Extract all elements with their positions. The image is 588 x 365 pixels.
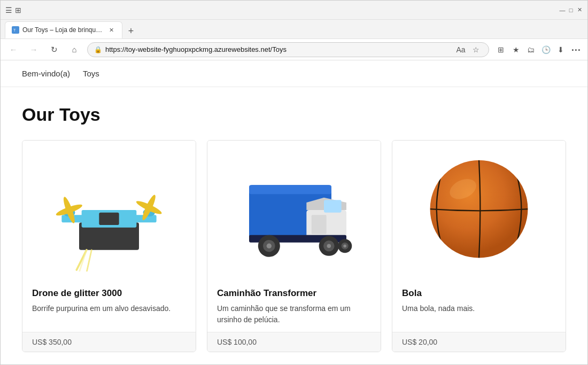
toy-card-ball: Bola Uma bola, nada mais. US$ 20,00 [392,140,566,352]
url-bar[interactable]: 🔒 https://toy-website-fyghuopxpckmg.azur… [87,42,489,57]
refresh-button[interactable]: ↻ [47,42,61,57]
truck-card-body: Caminhão Transformer Um caminhão que se … [207,279,381,332]
web-content: Bem-vindo(a) Toys Our Toys [1,60,587,364]
drone-name: Drone de glitter 3000 [32,288,186,299]
svg-rect-20 [324,200,342,212]
svg-point-33 [430,160,528,258]
truck-image [207,141,381,279]
site-navigation: Bem-vindo(a) Toys [1,60,587,87]
extensions-icon[interactable]: ⊞ [494,43,507,56]
toys-grid: Drone de glitter 3000 Borrife purpurina … [22,140,566,352]
ball-illustration [404,149,554,271]
truck-name: Caminhão Transformer [217,288,371,299]
tab-bar: T Our Toys – Loja de brinquedo... ✕ + [1,20,587,39]
site-main: Our Toys [1,87,587,364]
lock-icon: 🔒 [94,46,102,53]
browser-tabstrip-icon[interactable]: ⊞ [14,6,22,14]
close-button[interactable]: ✕ [576,6,583,14]
minimize-button[interactable]: — [559,6,566,14]
svg-point-31 [343,244,346,247]
more-actions-icon[interactable]: ⋯ [569,43,582,56]
tab-favicon: T [12,26,19,34]
nav-link-toys[interactable]: Toys [83,69,99,78]
tab-close-button[interactable]: ✕ [107,26,115,34]
home-button[interactable]: ⌂ [67,42,82,57]
url-actions: Aa ☆ [454,43,482,56]
svg-rect-21 [312,215,327,234]
svg-rect-15 [99,213,119,225]
truck-illustration [219,149,369,271]
toy-card-drone: Drone de glitter 3000 Borrife purpurina … [22,140,196,352]
collections-icon[interactable]: 🗂 [524,43,537,56]
active-tab[interactable]: T Our Toys – Loja de brinquedo... ✕ [5,21,122,38]
ball-description: Uma bola, nada mais. [402,303,556,314]
browser-sidebar-icon[interactable]: ☰ [5,6,12,14]
truck-description: Um caminhão que se transforma em um ursi… [217,303,371,325]
toy-card-truck: Caminhão Transformer Um caminhão que se … [207,140,381,352]
url-text: https://toy-website-fyghuopxpckmg.azurew… [105,45,451,53]
new-tab-button[interactable]: + [122,24,140,38]
favorites-icon[interactable]: ☆ [469,43,482,56]
nav-link-boas-vindas[interactable]: Bem-vindo(a) [22,69,70,78]
address-bar: ← → ↻ ⌂ 🔒 https://toy-website-fyghuopxpc… [1,39,587,60]
ball-name: Bola [402,288,556,299]
tab-title: Our Toys – Loja de brinquedo... [22,26,104,34]
reader-mode-icon[interactable]: Aa [454,43,467,56]
downloads-icon[interactable]: ⬇ [554,43,567,56]
drone-price: US$ 350,00 [22,332,196,352]
title-bar: ☰ ⊞ — □ ✕ [1,1,587,20]
truck-price: US$ 100,00 [207,332,381,352]
drone-illustration [34,149,184,271]
drone-card-body: Drone de glitter 3000 Borrife purpurina … [22,279,196,332]
forward-button[interactable]: → [26,42,41,57]
ball-price: US$ 20,00 [392,332,566,352]
svg-text:T: T [13,28,16,32]
maximize-button[interactable]: □ [567,6,575,14]
history-icon[interactable]: 🕒 [539,43,552,56]
browser-window: ☰ ⊞ — □ ✕ T Our Toys – Loja de brinquedo… [0,0,588,365]
svg-point-25 [267,244,272,248]
toolbar-right: ⊞ ★ 🗂 🕒 ⬇ ⋯ [494,43,582,56]
svg-point-28 [327,244,331,247]
back-button[interactable]: ← [6,42,21,57]
svg-rect-17 [249,185,331,194]
ball-card-body: Bola Uma bola, nada mais. [392,279,566,332]
svg-line-14 [87,250,91,271]
drone-description: Borrife purpurina em um alvo desavisado. [32,303,186,314]
favorites-toolbar-icon[interactable]: ★ [509,43,522,56]
ball-image [392,141,566,279]
page-title: Our Toys [22,104,566,125]
drone-image [22,141,196,279]
